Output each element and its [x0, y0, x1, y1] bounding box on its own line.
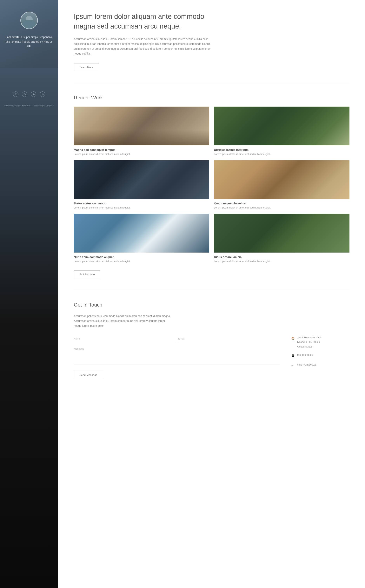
name-input[interactable]: [74, 335, 175, 342]
sidebar-content: I am Strata, a super simple responsive s…: [4, 12, 54, 107]
email-text[interactable]: hello@untitled.tld: [297, 362, 316, 367]
github-icon[interactable]: ⊙: [22, 91, 27, 97]
address-icon: 🏠: [291, 336, 295, 341]
hero-section: Ipsum lorem dolor aliquam ante commodo m…: [74, 12, 350, 83]
hero-title: Ipsum lorem dolor aliquam ante commodo m…: [74, 12, 210, 31]
work-item-3[interactable]: Tortor metus commodo Lorem ipsum dolor s…: [74, 160, 209, 209]
work-item-4[interactable]: Quam neque phasellus Lorem ipsum dolor s…: [214, 160, 350, 209]
form-name-email-row: [74, 335, 280, 342]
work-title-2: Ultricies lacinia interdum: [214, 148, 350, 151]
phone-icon: 📱: [291, 353, 295, 358]
email-icon[interactable]: ✉: [40, 91, 45, 97]
send-message-button[interactable]: Send Message: [74, 371, 103, 379]
address-info: 🏠 1234 Somewhere Rd.Nashville, TN 00000U…: [291, 335, 350, 349]
sidebar: I am Strata, a super simple responsive s…: [0, 0, 58, 588]
work-image-1: [74, 107, 209, 145]
recent-work-section: Recent Work Magna sed consequat tempus L…: [74, 95, 350, 278]
footer-text: © Untitled | Design: HTML5 UP | Demo Ima…: [4, 105, 54, 107]
recent-work-title: Recent Work: [74, 95, 350, 101]
contact-title: Get In Touch: [74, 302, 350, 308]
email-input[interactable]: [178, 335, 280, 342]
contact-layout: Send Message 🏠 1234 Somewhere Rd.Nashvil…: [74, 335, 350, 379]
contact-form: Send Message: [74, 335, 280, 379]
work-image-2: [214, 107, 350, 145]
message-input[interactable]: [74, 345, 280, 365]
twitter-icon[interactable]: 𝕋: [13, 91, 18, 97]
work-desc-4: Lorem ipsum dolor sit amet nisl sed null…: [214, 206, 350, 209]
email-info: ✉ hello@untitled.tld: [291, 362, 350, 368]
email-link[interactable]: hello@untitled.tld: [297, 363, 316, 366]
work-title-4: Quam neque phasellus: [214, 202, 350, 205]
work-item-1[interactable]: Magna sed consequat tempus Lorem ipsum d…: [74, 107, 209, 155]
submit-container: Send Message: [74, 371, 280, 379]
work-item-5[interactable]: Nunc enim commodo aliquet Lorem ipsum do…: [74, 214, 209, 263]
dribbble-icon[interactable]: ⊗: [31, 91, 36, 97]
phone-info: 📱 000-000-0000: [291, 353, 350, 358]
work-desc-5: Lorem ipsum dolor sit amet nisl sed null…: [74, 260, 209, 263]
avatar-silhouette: [21, 12, 37, 28]
contact-email-icon: ✉: [291, 363, 294, 368]
main-content: Ipsum lorem dolor aliquam ante commodo m…: [58, 0, 365, 588]
work-title-3: Tortor metus commodo: [74, 202, 209, 205]
work-item-6[interactable]: Risus ornare lacinia Lorem ipsum dolor s…: [214, 214, 350, 263]
sidebar-footer: © Untitled | Design: HTML5 UP | Demo Ima…: [4, 101, 54, 107]
full-portfolio-container: Full Portfolio: [74, 270, 350, 278]
work-grid: Magna sed consequat tempus Lorem ipsum d…: [74, 107, 350, 263]
work-title-5: Nunc enim commodo aliquet: [74, 255, 209, 259]
contact-description: Accumsan pellentesque commodo blandit en…: [74, 314, 171, 329]
work-desc-2: Lorem ipsum dolor sit amet nisl sed null…: [214, 153, 350, 155]
full-portfolio-button[interactable]: Full Portfolio: [74, 270, 100, 278]
contact-section: Get In Touch Accumsan pellentesque commo…: [74, 290, 350, 379]
work-title-6: Risus ornare lacinia: [214, 255, 350, 259]
learn-more-button[interactable]: Learn More: [74, 63, 99, 71]
avatar: [20, 12, 38, 29]
work-image-5: [74, 214, 209, 252]
work-desc-6: Lorem ipsum dolor sit amet nisl sed null…: [214, 260, 350, 263]
work-image-4: [214, 160, 350, 199]
work-desc-3: Lorem ipsum dolor sit amet nisl sed null…: [74, 206, 209, 209]
brand-name: I am Strata: [6, 35, 20, 39]
hero-body: Accumsan orci faucibus id eu lorem sempe…: [74, 37, 214, 56]
contact-info: 🏠 1234 Somewhere Rd.Nashville, TN 00000U…: [291, 335, 350, 379]
work-image-3: [74, 160, 209, 199]
work-title-1: Magna sed consequat tempus: [74, 148, 209, 151]
work-image-6: [214, 214, 350, 252]
address-text: 1234 Somewhere Rd.Nashville, TN 00000Uni…: [297, 335, 322, 349]
phone-text: 000-000-0000: [297, 353, 313, 357]
social-icons: 𝕋 ⊙ ⊗ ✉: [13, 91, 45, 97]
work-desc-1: Lorem ipsum dolor sit amet nisl sed null…: [74, 153, 209, 155]
work-item-2[interactable]: Ultricies lacinia interdum Lorem ipsum d…: [214, 107, 350, 155]
sidebar-tagline: I am Strata, a super simple responsive s…: [4, 35, 54, 49]
